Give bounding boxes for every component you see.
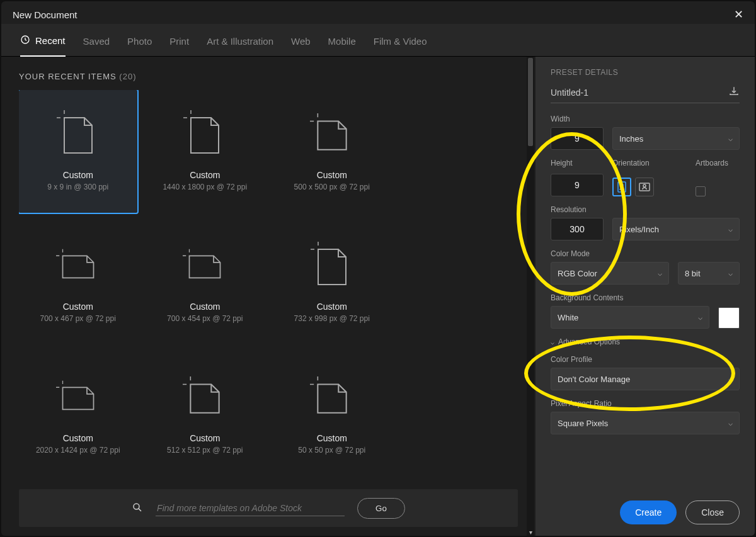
document-icon: [183, 112, 227, 156]
preset-tile[interactable]: Custom 1440 x 1800 px @ 72 ppi: [146, 90, 265, 213]
resolution-label: Resolution: [551, 205, 740, 214]
recent-items-header: YOUR RECENT ITEMS (20): [19, 72, 518, 81]
chevron-down-icon: ⌵: [728, 134, 733, 143]
background-swatch[interactable]: [718, 307, 740, 329]
search-icon: [132, 502, 143, 515]
close-icon[interactable]: ✕: [734, 8, 743, 21]
document-icon: [56, 375, 100, 419]
chevron-down-icon: ⌵: [658, 269, 662, 278]
preset-label: Custom: [190, 302, 220, 312]
svg-point-5: [643, 184, 646, 187]
preset-size: 732 x 998 px @ 72 ppi: [294, 314, 370, 323]
chevron-down-icon: ⌵: [728, 419, 733, 427]
pixelratio-label: Pixel Aspect Ratio: [551, 399, 740, 408]
preset-label: Custom: [190, 433, 220, 443]
background-label: Background Contents: [551, 293, 740, 302]
preset-label: Custom: [63, 170, 93, 180]
document-icon: [56, 112, 100, 156]
width-unit-select[interactable]: Inches⌵: [612, 127, 740, 150]
preset-grid: Custom 9 x 9 in @ 300 ppi Custom 1440 x …: [19, 90, 518, 468]
preset-tile[interactable]: Custom 9 x 9 in @ 300 ppi: [19, 90, 137, 213]
orientation-label: Orientation: [612, 159, 687, 167]
preset-size: 1440 x 1800 px @ 72 ppi: [163, 183, 247, 191]
go-button[interactable]: Go: [357, 498, 405, 519]
close-button[interactable]: Close: [685, 500, 740, 524]
window-title: New Document: [13, 9, 77, 20]
orientation-portrait[interactable]: [612, 178, 631, 196]
scrollbar[interactable]: ▾: [527, 57, 534, 536]
chevron-down-icon: ⌵: [728, 269, 733, 278]
preset-tile[interactable]: Custom 700 x 454 px @ 72 ppi: [146, 222, 265, 344]
scrollbar-thumb[interactable]: [528, 58, 533, 146]
resolution-input[interactable]: [551, 218, 604, 240]
stock-search-input[interactable]: [156, 500, 345, 516]
artboards-label: Artboards: [696, 159, 740, 167]
tab-print[interactable]: Print: [169, 30, 189, 55]
preset-label: Custom: [317, 170, 347, 180]
preset-tile[interactable]: Custom 50 x 50 px @ 72 ppi: [273, 353, 391, 468]
scrollbar-down-icon[interactable]: ▾: [527, 528, 534, 536]
colormode-label: Color Mode: [551, 249, 740, 258]
chevron-down-icon: ⌵: [728, 225, 733, 234]
create-button[interactable]: Create: [620, 500, 677, 524]
tab-mobile[interactable]: Mobile: [328, 30, 356, 55]
document-icon: [56, 244, 100, 288]
tab-photo[interactable]: Photo: [127, 30, 152, 55]
preset-size: 512 x 512 px @ 72 ppi: [167, 446, 243, 455]
colorprofile-select[interactable]: Don't Color Manage⌵: [551, 368, 740, 390]
tab-film[interactable]: Film & Video: [374, 30, 427, 55]
save-preset-icon[interactable]: [728, 86, 740, 99]
preset-size: 9 x 9 in @ 300 ppi: [47, 183, 108, 191]
preset-label: Custom: [63, 433, 93, 443]
preset-tile[interactable]: Custom 500 x 500 px @ 72 ppi: [273, 90, 391, 213]
preset-size: 700 x 454 px @ 72 ppi: [167, 314, 243, 323]
preset-tile[interactable]: Custom 2020 x 1424 px @ 72 ppi: [19, 353, 137, 468]
preset-tile[interactable]: Custom 512 x 512 px @ 72 ppi: [146, 353, 265, 468]
preset-label: Custom: [317, 433, 347, 443]
height-label: Height: [551, 159, 604, 167]
tab-recent[interactable]: Recent: [20, 28, 66, 57]
preset-tile[interactable]: Custom 732 x 998 px @ 72 ppi: [273, 222, 391, 344]
preset-label: Custom: [190, 170, 220, 180]
colorprofile-label: Color Profile: [551, 355, 740, 364]
orientation-landscape[interactable]: [635, 178, 654, 196]
artboards-checkbox[interactable]: [696, 186, 706, 196]
width-label: Width: [551, 115, 740, 123]
width-input[interactable]: [551, 127, 604, 150]
document-name[interactable]: Untitled-1: [551, 88, 588, 98]
document-icon: [183, 375, 227, 419]
pixelratio-select[interactable]: Square Pixels⌵: [551, 412, 740, 434]
preset-size: 50 x 50 px @ 72 ppi: [298, 446, 365, 455]
clock-icon: [20, 35, 30, 47]
chevron-down-icon: ⌵: [728, 375, 733, 383]
document-icon: [310, 375, 354, 419]
stock-search-bar: Go: [19, 489, 518, 527]
svg-point-3: [621, 184, 623, 186]
document-icon: [310, 244, 354, 288]
preset-label: Custom: [63, 302, 93, 312]
advanced-options-toggle[interactable]: ⌵ Advanced Options: [551, 337, 740, 346]
chevron-down-icon: ⌵: [698, 313, 702, 322]
color-depth-select[interactable]: 8 bit⌵: [678, 262, 740, 285]
preset-size: 2020 x 1424 px @ 72 ppi: [36, 446, 120, 455]
preset-details-header: PRESET DETAILS: [551, 68, 740, 77]
category-tabs: Recent Saved Photo Print Art & Illustrat…: [1, 24, 755, 57]
chevron-down-icon: ⌵: [551, 339, 554, 346]
height-input[interactable]: [551, 174, 604, 196]
resolution-unit-select[interactable]: Pixels/Inch⌵: [612, 218, 740, 240]
tab-web[interactable]: Web: [291, 30, 311, 55]
preset-size: 700 x 467 px @ 72 ppi: [40, 314, 116, 323]
svg-point-1: [134, 504, 139, 509]
colormode-select[interactable]: RGB Color⌵: [551, 262, 669, 285]
document-icon: [310, 112, 354, 156]
tab-art[interactable]: Art & Illustration: [207, 30, 273, 55]
tab-saved[interactable]: Saved: [83, 30, 110, 55]
preset-size: 500 x 500 px @ 72 ppi: [294, 183, 370, 191]
background-select[interactable]: White⌵: [551, 306, 709, 329]
preset-label: Custom: [317, 302, 347, 312]
document-icon: [183, 244, 227, 288]
preset-tile[interactable]: Custom 700 x 467 px @ 72 ppi: [19, 222, 137, 344]
